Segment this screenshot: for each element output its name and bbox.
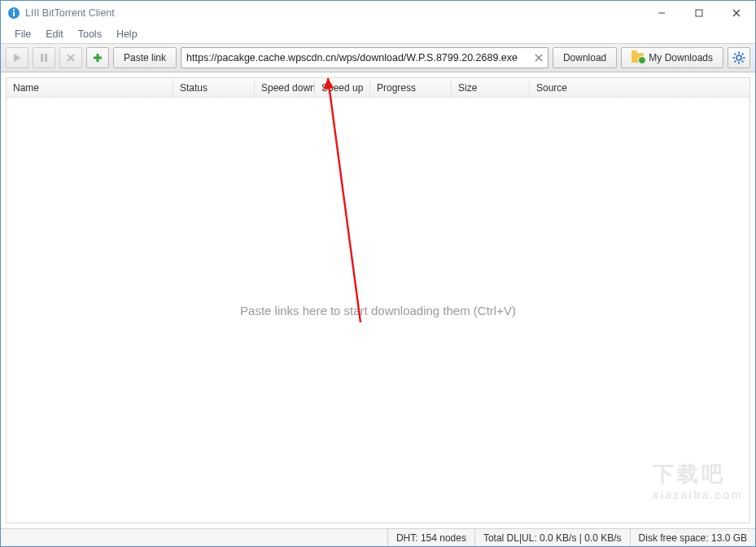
col-speed-down[interactable]: Speed down [255, 78, 315, 97]
svg-line-23 [742, 54, 744, 55]
svg-rect-2 [13, 11, 15, 16]
titlebar: LIII BitTorrent Client [1, 1, 755, 25]
svg-marker-7 [14, 54, 21, 62]
menu-help[interactable]: Help [109, 27, 145, 42]
status-speeds: Total DL|UL: 0.0 KB/s | 0.0 KB/s [474, 529, 630, 546]
col-size[interactable]: Size [452, 78, 530, 97]
window-title: LIII BitTorrent Client [25, 7, 643, 19]
paste-link-button[interactable]: Paste link [113, 47, 177, 68]
window-controls [643, 1, 755, 25]
download-button[interactable]: Download [553, 47, 617, 68]
status-bar: DHT: 154 nodes Total DL|UL: 0.0 KB/s | 0… [1, 528, 755, 546]
svg-rect-9 [45, 54, 47, 62]
my-downloads-button[interactable]: My Downloads [621, 47, 723, 68]
settings-button[interactable] [728, 47, 750, 68]
watermark-big: 下载吧 [653, 462, 726, 486]
folder-icon [631, 53, 644, 63]
clear-url-button[interactable] [531, 50, 546, 65]
content-area: Name Status Speed down Speed up Progress… [1, 72, 755, 528]
pause-button[interactable] [33, 47, 55, 68]
maximize-button[interactable] [680, 1, 718, 25]
menu-edit[interactable]: Edit [38, 27, 71, 42]
app-window: LIII BitTorrent Client File Edit Tools H… [0, 0, 756, 547]
delete-button[interactable] [59, 47, 82, 68]
menu-file[interactable]: File [7, 27, 38, 42]
add-button[interactable] [86, 47, 109, 68]
start-button[interactable] [6, 47, 28, 68]
status-disk: Disk free space: 13.0 GB [630, 529, 755, 546]
svg-point-16 [736, 55, 741, 60]
close-button[interactable] [718, 1, 755, 25]
col-speed-up[interactable]: Speed up [315, 78, 370, 97]
empty-hint: Paste links here to start downloading th… [240, 304, 516, 317]
url-field-wrap [181, 47, 548, 68]
table-header: Name Status Speed down Speed up Progress… [7, 78, 749, 98]
url-input[interactable] [186, 52, 531, 63]
minimize-button[interactable] [643, 1, 680, 25]
svg-line-21 [735, 54, 736, 55]
col-status[interactable]: Status [173, 78, 255, 97]
svg-rect-4 [696, 10, 702, 16]
downloads-table: Name Status Speed down Speed up Progress… [6, 77, 750, 523]
watermark: 下载吧 xiazaiba.com [653, 460, 743, 501]
col-name[interactable]: Name [7, 78, 173, 97]
svg-rect-1 [13, 9, 15, 11]
status-dht: DHT: 154 nodes [387, 529, 474, 546]
menu-bar: File Edit Tools Help [1, 25, 755, 43]
toolbar: Paste link Download My Downloads [1, 43, 755, 72]
svg-line-22 [742, 61, 744, 63]
col-progress[interactable]: Progress [370, 78, 452, 97]
my-downloads-label: My Downloads [649, 52, 713, 63]
table-body[interactable]: Paste links here to start downloading th… [7, 98, 749, 523]
app-icon [7, 7, 20, 20]
svg-line-24 [735, 61, 736, 63]
col-source[interactable]: Source [530, 78, 749, 97]
svg-rect-8 [41, 54, 43, 62]
menu-tools[interactable]: Tools [71, 27, 109, 42]
watermark-small: xiazaiba.com [653, 488, 743, 501]
